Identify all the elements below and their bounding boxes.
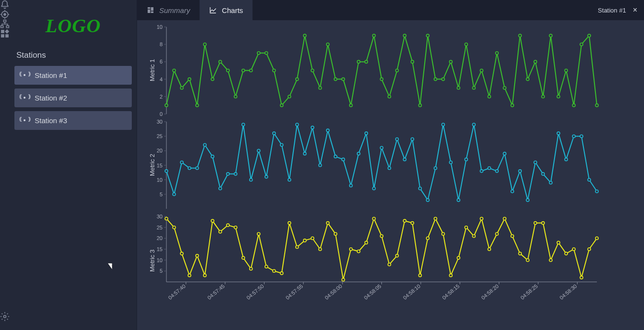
chart-2: 51015202530 — [140, 118, 602, 212]
tab-charts[interactable]: Charts — [200, 0, 253, 20]
svg-text:30: 30 — [157, 119, 163, 125]
tab-summary[interactable]: Summary — [137, 0, 200, 20]
svg-point-154 — [572, 135, 575, 138]
svg-point-208 — [449, 274, 452, 277]
svg-point-69 — [457, 87, 460, 89]
svg-point-223 — [565, 252, 568, 255]
svg-point-144 — [495, 170, 498, 173]
target-icon[interactable] — [0, 10, 10, 19]
svg-point-103 — [180, 161, 183, 164]
svg-point-113 — [257, 149, 260, 152]
svg-point-46 — [280, 104, 283, 107]
svg-point-106 — [203, 143, 206, 146]
svg-point-79 — [534, 60, 537, 63]
svg-point-53 — [334, 78, 337, 81]
svg-point-121 — [319, 164, 322, 167]
sidebar-item-station-1[interactable]: Station #1 — [14, 66, 132, 85]
svg-point-130 — [388, 167, 391, 170]
svg-point-36 — [203, 43, 206, 46]
svg-point-197 — [365, 241, 368, 244]
svg-point-221 — [549, 259, 552, 262]
svg-rect-15 — [148, 10, 150, 13]
svg-point-85 — [580, 43, 583, 46]
network-icon[interactable] — [0, 19, 10, 29]
svg-point-31 — [165, 104, 168, 107]
sidebar-item-station-2[interactable]: Station #2 — [14, 89, 132, 107]
svg-text:15: 15 — [157, 163, 163, 168]
svg-point-193 — [334, 232, 337, 235]
svg-point-216 — [511, 235, 514, 238]
svg-point-110 — [234, 173, 237, 176]
svg-point-226 — [588, 248, 591, 251]
svg-text:04:58:25: 04:58:25 — [519, 283, 539, 301]
svg-point-35 — [196, 104, 199, 107]
svg-text:30: 30 — [157, 214, 163, 219]
svg-point-105 — [196, 167, 199, 170]
svg-point-82 — [557, 95, 560, 98]
chart-ylabel: Metric 3 — [149, 250, 156, 272]
svg-point-126 — [357, 152, 360, 155]
svg-point-185 — [273, 269, 276, 272]
svg-point-141 — [472, 123, 475, 126]
tab-charts-label: Charts — [222, 6, 243, 14]
widgets-icon[interactable] — [0, 29, 10, 38]
svg-point-87 — [595, 104, 598, 107]
svg-point-172 — [173, 226, 176, 229]
chart-row-2: Metric 251015202530 — [140, 118, 638, 212]
svg-point-152 — [557, 132, 560, 135]
svg-point-179 — [227, 224, 229, 227]
svg-text:25: 25 — [157, 225, 163, 230]
svg-point-129 — [380, 146, 383, 149]
svg-point-157 — [595, 190, 598, 193]
svg-point-220 — [542, 222, 544, 225]
chart-3: 5101520253004:57:4004:57:4504:57:5004:57… — [140, 213, 602, 309]
svg-point-71 — [472, 87, 475, 89]
chart-row-1: Metric 10246810 — [140, 23, 638, 117]
svg-point-86 — [588, 34, 591, 37]
svg-point-33 — [180, 87, 183, 89]
station-label: Station #2 — [35, 94, 67, 102]
svg-point-211 — [472, 235, 475, 238]
svg-point-192 — [327, 222, 329, 225]
svg-point-111 — [242, 123, 245, 126]
svg-point-64 — [418, 104, 421, 107]
svg-point-191 — [319, 248, 322, 251]
svg-point-1 — [4, 13, 6, 16]
svg-point-117 — [288, 178, 291, 181]
svg-point-57 — [365, 60, 368, 63]
svg-text:5: 5 — [160, 191, 163, 197]
svg-point-145 — [503, 152, 506, 155]
svg-point-176 — [203, 274, 206, 277]
svg-point-61 — [396, 69, 399, 72]
svg-point-125 — [350, 184, 353, 187]
svg-point-173 — [180, 252, 183, 255]
svg-point-52 — [327, 43, 329, 46]
close-icon[interactable]: × — [633, 6, 637, 14]
svg-point-116 — [280, 143, 283, 146]
svg-point-156 — [588, 178, 591, 181]
svg-point-102 — [173, 193, 176, 196]
svg-point-40 — [234, 95, 237, 98]
svg-point-122 — [327, 129, 329, 132]
svg-point-201 — [396, 254, 399, 257]
svg-point-214 — [495, 232, 498, 235]
svg-text:4: 4 — [160, 76, 163, 82]
svg-point-136 — [434, 167, 437, 170]
svg-point-222 — [557, 241, 560, 244]
svg-point-218 — [526, 259, 529, 262]
svg-point-41 — [242, 69, 245, 72]
svg-point-108 — [219, 187, 222, 190]
gear-icon[interactable] — [0, 312, 10, 321]
bell-icon[interactable] — [0, 0, 10, 10]
svg-point-177 — [211, 219, 214, 222]
svg-point-209 — [457, 256, 460, 259]
svg-point-68 — [449, 60, 452, 63]
sidebar-item-station-3[interactable]: Station #3 — [14, 111, 132, 130]
svg-point-189 — [303, 239, 306, 242]
svg-point-149 — [534, 161, 537, 164]
svg-point-138 — [449, 161, 452, 164]
svg-point-37 — [211, 78, 214, 81]
svg-point-59 — [380, 78, 383, 81]
svg-point-123 — [334, 155, 337, 158]
svg-text:04:58:15: 04:58:15 — [441, 283, 461, 301]
